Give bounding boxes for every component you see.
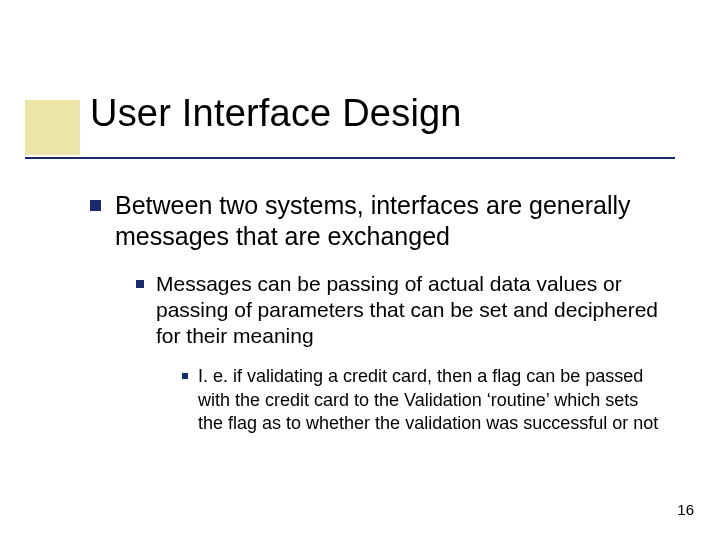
- slide-title: User Interface Design: [90, 92, 462, 135]
- slide-content: Between two systems, interfaces are gene…: [90, 190, 660, 435]
- accent-square: [25, 100, 80, 155]
- bullet-text: Between two systems, interfaces are gene…: [115, 190, 660, 253]
- title-underline: [25, 155, 675, 159]
- bullet-text: I. e. if validating a credit card, then …: [198, 365, 660, 435]
- bullet-text: Messages can be passing of actual data v…: [156, 271, 660, 350]
- page-number: 16: [677, 501, 694, 518]
- bullet-level-1: Between two systems, interfaces are gene…: [90, 190, 660, 253]
- bullet-level-2: Messages can be passing of actual data v…: [136, 271, 660, 350]
- square-bullet-icon: [182, 373, 188, 379]
- square-bullet-icon: [136, 280, 144, 288]
- bullet-level-3: I. e. if validating a credit card, then …: [182, 365, 660, 435]
- square-bullet-icon: [90, 200, 101, 211]
